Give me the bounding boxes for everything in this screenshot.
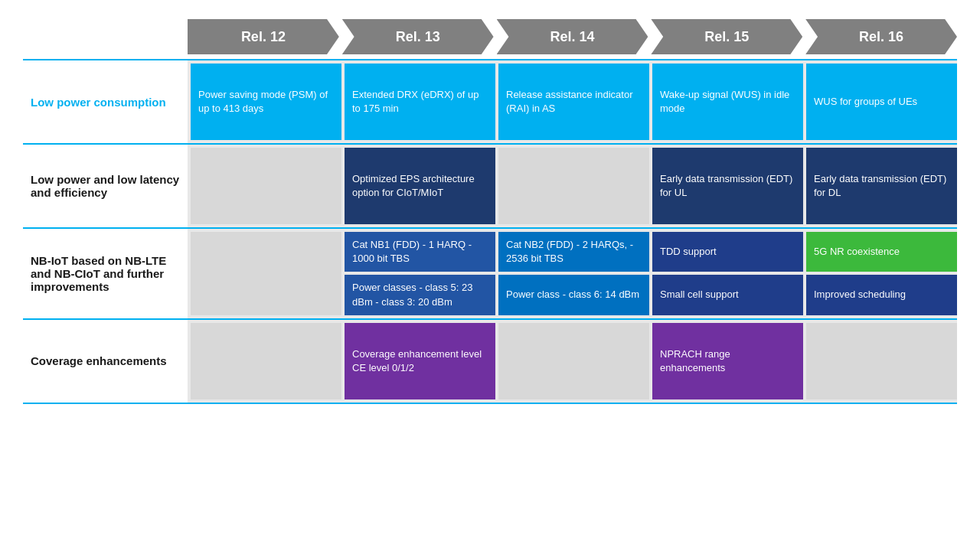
cell-text-0-2-0: Release assistance indicator (RAI) in AS xyxy=(506,88,642,116)
cell-text-0-1-0: Extended DRX (eDRX) of up to 175 min xyxy=(352,88,488,116)
cell-2-1-1: Power classes - class 5: 23 dBm - class … xyxy=(345,275,495,315)
table-row-3: Coverage enhancementsCoverage enhancemen… xyxy=(23,320,957,404)
cell-2-3-1: Small cell support xyxy=(652,275,803,315)
cell-col-3-0 xyxy=(191,323,341,399)
cell-col-1-3: Early data transmission (EDT) for UL xyxy=(652,148,803,224)
cell-col-1-4: Early data transmission (EDT) for DL xyxy=(806,148,957,224)
cell-col-1-0 xyxy=(191,148,341,224)
cell-0-3-0: Wake-up signal (WUS) in idle mode xyxy=(652,64,803,140)
cell-3-4-0 xyxy=(806,323,957,399)
cell-0-2-0: Release assistance indicator (RAI) in AS xyxy=(498,64,649,140)
cell-2-4-1: Improved scheduling xyxy=(806,275,957,315)
cell-text-2-2-1: Power class - class 6: 14 dBm xyxy=(506,288,639,302)
cell-col-3-2 xyxy=(498,323,649,399)
cell-text-2-2-0: Cat NB2 (FDD) - 2 HARQs, - 2536 bit TBS xyxy=(506,238,642,266)
cell-col-1-2 xyxy=(498,148,649,224)
cell-text-1-1-0: Optimized EPS architecture option for CI… xyxy=(352,172,488,200)
cell-2-1-0: Cat NB1 (FDD) - 1 HARQ - 1000 bit TBS xyxy=(345,232,495,272)
row-label-2: NB-IoT based on NB-LTE and NB-CIoT and f… xyxy=(23,229,188,318)
table-row-2: NB-IoT based on NB-LTE and NB-CIoT and f… xyxy=(23,229,957,320)
cell-1-0-0 xyxy=(191,148,341,224)
row-label-1: Low power and low latency and efficiency xyxy=(23,145,188,227)
column-header-rel.-14: Rel. 14 xyxy=(497,19,648,54)
column-header-rel.-12: Rel. 12 xyxy=(188,19,339,54)
cell-text-2-4-0: 5G NR coexistence xyxy=(814,245,900,259)
main-container: Rel. 12Rel. 13Rel. 14Rel. 15Rel. 16 Low … xyxy=(15,11,965,540)
cell-1-2-0 xyxy=(498,148,649,224)
cell-col-2-0 xyxy=(191,232,341,315)
row-cells-1: Optimized EPS architecture option for CI… xyxy=(188,145,957,227)
table-row-0: Low power consumptionPower saving mode (… xyxy=(23,60,957,145)
column-header-rel.-16: Rel. 16 xyxy=(805,19,957,54)
cell-col-3-4 xyxy=(806,323,957,399)
cell-text-0-3-0: Wake-up signal (WUS) in idle mode xyxy=(660,88,795,116)
table-row-1: Low power and low latency and efficiency… xyxy=(23,145,957,229)
header-row: Rel. 12Rel. 13Rel. 14Rel. 15Rel. 16 xyxy=(188,19,957,54)
cell-col-0-0: Power saving mode (PSM) of up to 413 day… xyxy=(191,64,341,140)
cell-2-2-1: Power class - class 6: 14 dBm xyxy=(498,275,649,315)
cell-0-1-0: Extended DRX (eDRX) of up to 175 min xyxy=(345,64,495,140)
cell-text-2-3-1: Small cell support xyxy=(660,288,739,302)
cell-2-4-0: 5G NR coexistence xyxy=(806,232,957,272)
cell-text-2-3-0: TDD support xyxy=(660,245,717,259)
cell-text-1-3-0: Early data transmission (EDT) for UL xyxy=(660,172,795,200)
cell-text-0-4-0: WUS for groups of UEs xyxy=(814,95,917,109)
cell-col-0-4: WUS for groups of UEs xyxy=(806,64,957,140)
cell-col-0-2: Release assistance indicator (RAI) in AS xyxy=(498,64,649,140)
cell-3-0-0 xyxy=(191,323,341,399)
cell-text-2-4-1: Improved scheduling xyxy=(814,288,906,302)
row-cells-2: Cat NB1 (FDD) - 1 HARQ - 1000 bit TBSPow… xyxy=(188,229,957,318)
cell-3-2-0 xyxy=(498,323,649,399)
cell-col-1-1: Optimized EPS architecture option for CI… xyxy=(345,148,495,224)
row-cells-0: Power saving mode (PSM) of up to 413 day… xyxy=(188,60,957,143)
cell-text-2-1-1: Power classes - class 5: 23 dBm - class … xyxy=(352,281,488,308)
cell-1-1-0: Optimized EPS architecture option for CI… xyxy=(345,148,495,224)
cell-1-4-0: Early data transmission (EDT) for DL xyxy=(806,148,957,224)
cell-text-3-3-0: NPRACH range enhancements xyxy=(660,347,795,375)
cell-1-3-0: Early data transmission (EDT) for UL xyxy=(652,148,803,224)
column-header-rel.-13: Rel. 13 xyxy=(342,19,494,54)
row-label-0: Low power consumption xyxy=(23,60,188,143)
cell-0-4-0: WUS for groups of UEs xyxy=(806,64,957,140)
cell-text-1-4-0: Early data transmission (EDT) for DL xyxy=(814,172,949,200)
row-cells-3: Coverage enhancement level CE level 0/1/… xyxy=(188,320,957,403)
cell-col-0-1: Extended DRX (eDRX) of up to 175 min xyxy=(345,64,495,140)
cell-col-3-1: Coverage enhancement level CE level 0/1/… xyxy=(345,323,495,399)
cell-col-2-4: 5G NR coexistenceImproved scheduling xyxy=(806,232,957,315)
cell-3-3-0: NPRACH range enhancements xyxy=(652,323,803,399)
cell-col-3-3: NPRACH range enhancements xyxy=(652,323,803,399)
cell-2-3-0: TDD support xyxy=(652,232,803,272)
cell-0-0-0: Power saving mode (PSM) of up to 413 day… xyxy=(191,64,341,140)
row-label-3: Coverage enhancements xyxy=(23,320,188,403)
cell-col-2-2: Cat NB2 (FDD) - 2 HARQs, - 2536 bit TBSP… xyxy=(498,232,649,315)
cell-text-3-1-0: Coverage enhancement level CE level 0/1/… xyxy=(352,347,488,375)
cell-text-0-0-0: Power saving mode (PSM) of up to 413 day… xyxy=(198,88,334,116)
column-header-rel.-15: Rel. 15 xyxy=(651,19,802,54)
cell-col-2-3: TDD supportSmall cell support xyxy=(652,232,803,315)
cell-3-1-0: Coverage enhancement level CE level 0/1/… xyxy=(345,323,495,399)
cell-2-0-0 xyxy=(191,232,341,315)
cell-text-2-1-0: Cat NB1 (FDD) - 1 HARQ - 1000 bit TBS xyxy=(352,238,488,266)
cell-col-2-1: Cat NB1 (FDD) - 1 HARQ - 1000 bit TBSPow… xyxy=(345,232,495,315)
table-body: Low power consumptionPower saving mode (… xyxy=(23,59,957,404)
cell-col-0-3: Wake-up signal (WUS) in idle mode xyxy=(652,64,803,140)
cell-2-2-0: Cat NB2 (FDD) - 2 HARQs, - 2536 bit TBS xyxy=(498,232,649,272)
